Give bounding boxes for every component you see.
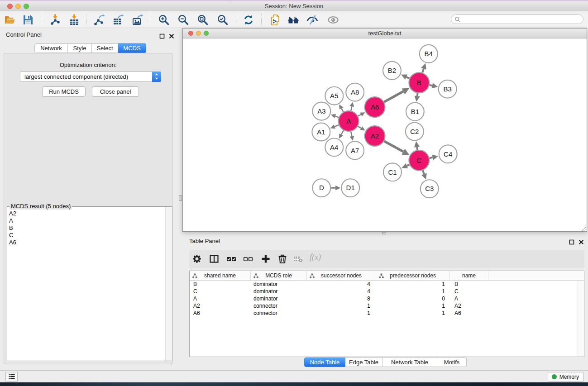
table-cell[interactable]: A6	[190, 310, 251, 317]
split-panel-button[interactable]	[209, 254, 219, 264]
graph-edge[interactable]	[358, 126, 361, 128]
graph-node-c3[interactable]: C3	[421, 180, 439, 198]
graph-node-d1[interactable]: D1	[341, 179, 359, 197]
table-cell[interactable]: dominator	[251, 281, 307, 288]
table-cell[interactable]: A2	[450, 302, 488, 310]
graph-edge[interactable]	[384, 91, 403, 102]
export-table-button[interactable]	[112, 14, 124, 26]
tab-mcds[interactable]: MCDS	[118, 43, 146, 53]
graph-edge[interactable]	[430, 85, 432, 86]
table-cell[interactable]: 1	[376, 281, 450, 288]
column-header-successor-nodes[interactable]: successor nodes	[307, 271, 376, 280]
zoom-in-button[interactable]	[158, 14, 170, 26]
hide-details-button[interactable]	[306, 14, 319, 26]
table-row[interactable]: A2connector11A2	[190, 302, 584, 310]
graph-edge[interactable]	[335, 125, 339, 127]
control-panel-float-icon[interactable]	[159, 33, 165, 39]
add-column-button[interactable]	[261, 254, 271, 264]
graph-edge[interactable]	[417, 147, 417, 150]
zoom-window-icon[interactable]	[24, 4, 29, 9]
delete-column-button[interactable]	[277, 254, 287, 264]
graph-node-a3[interactable]: A3	[312, 102, 330, 120]
tab-node-table[interactable]: Node Table	[304, 357, 345, 367]
table-cell[interactable]: 4	[307, 281, 376, 288]
graph-node-a5[interactable]: A5	[325, 87, 343, 105]
mcds-result-item[interactable]: A6	[9, 239, 166, 246]
minimize-window-icon[interactable]	[15, 4, 21, 9]
graph-node-c1[interactable]: C1	[383, 163, 402, 181]
export-image-button[interactable]	[131, 14, 144, 26]
table-cell[interactable]: B	[190, 281, 251, 288]
graph-node-b1[interactable]: B1	[406, 103, 424, 121]
column-header-mcds-role[interactable]: MCDS role	[251, 271, 307, 280]
graph-edge[interactable]	[351, 106, 352, 111]
table-row[interactable]: Cdominator41C	[190, 288, 584, 295]
export-network-button[interactable]	[93, 14, 105, 26]
table-cell[interactable]: A	[450, 295, 488, 302]
column-header-shared-name[interactable]: shared name	[190, 271, 251, 280]
graph-edge[interactable]	[351, 131, 352, 136]
zoom-selected-button[interactable]	[216, 14, 229, 26]
settings-gear-button[interactable]	[192, 254, 202, 264]
save-session-button[interactable]	[22, 14, 34, 26]
graph-node-b3[interactable]: B3	[439, 80, 457, 98]
mcds-result-item[interactable]: A2	[9, 210, 166, 217]
table-panel-float-icon[interactable]	[569, 239, 575, 245]
copy-network-button[interactable]	[269, 14, 282, 26]
graph-edge[interactable]	[422, 69, 424, 73]
tab-network[interactable]: Network	[34, 43, 68, 53]
mcds-result-item[interactable]: C	[9, 232, 166, 239]
graph-node-a4[interactable]: A4	[325, 138, 343, 156]
table-panel-close-icon[interactable]	[578, 239, 584, 245]
task-history-button[interactable]	[5, 372, 18, 381]
refresh-button[interactable]	[242, 14, 255, 26]
tab-motifs[interactable]: Motifs	[437, 357, 467, 367]
tab-select[interactable]: Select	[92, 43, 118, 53]
close-window-icon[interactable]	[7, 4, 13, 9]
tab-edge-table[interactable]: Edge Table	[345, 357, 382, 367]
network-canvas[interactable]: B4B2BB3A5A8A6B1A3AC2A1A2A4A7CC4C1C3DD1	[183, 38, 587, 231]
import-network-button[interactable]	[49, 14, 62, 26]
graph-edge[interactable]	[417, 93, 418, 96]
graph-node-a7[interactable]: A7	[346, 141, 364, 159]
tab-network-table[interactable]: Network Table	[382, 357, 437, 367]
graph-node-b4[interactable]: B4	[420, 45, 438, 63]
tab-style[interactable]: Style	[68, 43, 92, 53]
open-session-button[interactable]	[4, 14, 16, 26]
graph-edge[interactable]	[341, 130, 344, 134]
table-cell[interactable]: 4	[307, 288, 376, 295]
table-row[interactable]: A6connector11A6	[190, 310, 584, 317]
table-cell[interactable]: dominator	[251, 295, 307, 302]
graph-node-b[interactable]: B	[409, 72, 429, 93]
graph-edge[interactable]	[423, 170, 424, 174]
zoom-fit-button[interactable]	[196, 14, 209, 26]
table-cell[interactable]: A6	[450, 310, 488, 317]
optimization-criterion-select[interactable]: largest connected component (directed)	[20, 71, 161, 82]
graph-node-c[interactable]: C	[409, 150, 429, 171]
graph-node-a8[interactable]: A8	[346, 83, 364, 101]
splitter-handle[interactable]	[382, 232, 386, 234]
graph-node-c2[interactable]: C2	[406, 123, 424, 141]
resize-grip-icon[interactable]	[580, 225, 586, 231]
table-cell[interactable]: 1	[376, 302, 450, 310]
network-minimize-icon[interactable]	[196, 31, 201, 36]
splitter-handle[interactable]	[179, 195, 182, 201]
table-cell[interactable]: 0	[376, 295, 450, 302]
home-button[interactable]	[287, 14, 300, 26]
table-cell[interactable]: C	[450, 288, 488, 295]
graph-node-b2[interactable]: B2	[383, 62, 401, 80]
result-scrollbar[interactable]	[165, 207, 172, 361]
table-cell[interactable]: B	[450, 281, 488, 288]
graph-node-a2[interactable]: A2	[365, 126, 385, 146]
network-zoom-icon[interactable]	[204, 31, 209, 36]
graph-node-a6[interactable]: A6	[365, 97, 385, 117]
table-cell[interactable]: A	[190, 295, 251, 302]
table-cell[interactable]: A2	[190, 302, 251, 310]
table-cell[interactable]: connector	[251, 302, 307, 310]
graph-node-c4[interactable]: C4	[439, 145, 457, 163]
table-cell[interactable]: 1	[376, 310, 450, 317]
table-row[interactable]: Bdominator41B	[190, 281, 584, 288]
table-cell[interactable]: C	[190, 288, 251, 295]
import-table-button[interactable]	[68, 14, 81, 26]
graph-edge[interactable]	[406, 77, 410, 78]
